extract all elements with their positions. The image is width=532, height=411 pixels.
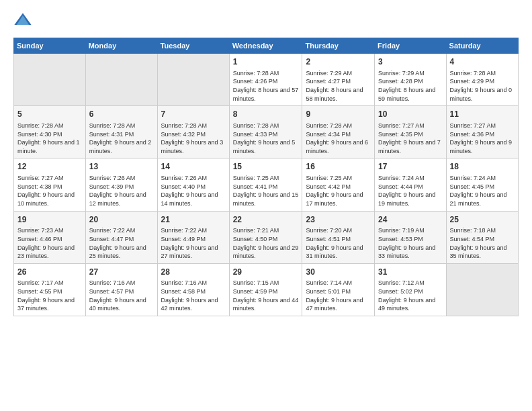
week-row-3: 12Sunrise: 7:27 AM Sunset: 4:38 PM Dayli… [14,158,519,211]
date-number: 1 [233,56,299,68]
date-number: 11 [450,109,515,120]
calendar-cell: 24Sunrise: 7:19 AM Sunset: 4:53 PM Dayli… [375,211,446,263]
cell-content: Sunrise: 7:14 AM Sunset: 5:01 PM Dayligh… [306,279,371,312]
cell-content: Sunrise: 7:19 AM Sunset: 4:53 PM Dayligh… [378,226,442,260]
cell-content: Sunrise: 7:18 AM Sunset: 4:54 PM Dayligh… [450,226,515,260]
calendar-cell: 14Sunrise: 7:26 AM Sunset: 4:40 PM Dayli… [157,158,229,211]
calendar-body: 1Sunrise: 7:28 AM Sunset: 4:26 PM Daylig… [14,54,519,316]
calendar-cell: 10Sunrise: 7:27 AM Sunset: 4:35 PM Dayli… [375,106,446,158]
cell-content: Sunrise: 7:15 AM Sunset: 4:59 PM Dayligh… [233,279,299,312]
cell-content: Sunrise: 7:17 AM Sunset: 4:55 PM Dayligh… [17,279,82,312]
calendar-cell: 20Sunrise: 7:22 AM Sunset: 4:47 PM Dayli… [85,211,157,263]
calendar-cell: 15Sunrise: 7:25 AM Sunset: 4:41 PM Dayli… [229,158,302,211]
cell-content: Sunrise: 7:29 AM Sunset: 4:28 PM Dayligh… [378,69,442,103]
date-number: 4 [450,56,515,68]
date-number: 25 [450,214,515,226]
days-header-row: SundayMondayTuesdayWednesdayThursdayFrid… [14,38,519,54]
calendar-cell: 16Sunrise: 7:25 AM Sunset: 4:42 PM Dayli… [302,158,375,211]
calendar-cell: 26Sunrise: 7:17 AM Sunset: 4:55 PM Dayli… [14,263,86,316]
cell-content: Sunrise: 7:16 AM Sunset: 4:57 PM Dayligh… [89,279,154,312]
date-number: 10 [378,109,442,120]
cell-content: Sunrise: 7:16 AM Sunset: 4:58 PM Dayligh… [161,279,226,312]
day-header-monday: Monday [85,38,157,54]
date-number: 5 [17,109,82,120]
calendar-table: SundayMondayTuesdayWednesdayThursdayFrid… [13,38,519,316]
date-number: 28 [161,267,226,278]
header [13,11,519,30]
calendar-header: SundayMondayTuesdayWednesdayThursdayFrid… [14,38,519,54]
date-number: 20 [89,214,154,226]
calendar-cell: 5Sunrise: 7:28 AM Sunset: 4:30 PM Daylig… [14,106,86,158]
date-number: 7 [161,109,226,120]
calendar-cell: 29Sunrise: 7:15 AM Sunset: 4:59 PM Dayli… [229,263,302,316]
calendar-cell: 3Sunrise: 7:29 AM Sunset: 4:28 PM Daylig… [375,54,446,106]
cell-content: Sunrise: 7:28 AM Sunset: 4:26 PM Dayligh… [233,69,299,103]
cell-content: Sunrise: 7:12 AM Sunset: 5:02 PM Dayligh… [378,279,442,312]
cell-content: Sunrise: 7:28 AM Sunset: 4:29 PM Dayligh… [450,69,515,103]
page: SundayMondayTuesdayWednesdayThursdayFrid… [0,0,532,327]
cell-content: Sunrise: 7:27 AM Sunset: 4:38 PM Dayligh… [17,174,82,208]
date-number: 27 [89,267,154,278]
calendar-cell: 7Sunrise: 7:28 AM Sunset: 4:32 PM Daylig… [157,106,229,158]
week-row-1: 1Sunrise: 7:28 AM Sunset: 4:26 PM Daylig… [14,54,519,106]
date-number: 22 [233,214,299,226]
date-number: 31 [378,267,442,278]
cell-content: Sunrise: 7:25 AM Sunset: 4:41 PM Dayligh… [233,174,299,208]
cell-content: Sunrise: 7:24 AM Sunset: 4:44 PM Dayligh… [378,174,442,208]
cell-content: Sunrise: 7:28 AM Sunset: 4:31 PM Dayligh… [89,122,154,155]
calendar-cell: 4Sunrise: 7:28 AM Sunset: 4:29 PM Daylig… [446,54,518,106]
calendar-cell: 18Sunrise: 7:24 AM Sunset: 4:45 PM Dayli… [446,158,518,211]
cell-content: Sunrise: 7:22 AM Sunset: 4:47 PM Dayligh… [89,226,154,260]
date-number: 18 [450,161,515,173]
calendar-cell: 12Sunrise: 7:27 AM Sunset: 4:38 PM Dayli… [14,158,86,211]
calendar-cell: 28Sunrise: 7:16 AM Sunset: 4:58 PM Dayli… [157,263,229,316]
calendar-cell: 2Sunrise: 7:29 AM Sunset: 4:27 PM Daylig… [302,54,375,106]
date-number: 2 [306,56,371,68]
calendar-cell: 8Sunrise: 7:28 AM Sunset: 4:33 PM Daylig… [229,106,302,158]
calendar-cell [446,263,518,316]
cell-content: Sunrise: 7:20 AM Sunset: 4:51 PM Dayligh… [306,226,371,260]
date-number: 14 [161,161,226,173]
cell-content: Sunrise: 7:26 AM Sunset: 4:40 PM Dayligh… [161,174,226,208]
day-header-tuesday: Tuesday [157,38,229,54]
date-number: 3 [378,56,442,68]
calendar-cell: 25Sunrise: 7:18 AM Sunset: 4:54 PM Dayli… [446,211,518,263]
cell-content: Sunrise: 7:27 AM Sunset: 4:36 PM Dayligh… [450,122,515,155]
cell-content: Sunrise: 7:28 AM Sunset: 4:34 PM Dayligh… [306,122,371,155]
date-number: 16 [306,161,371,173]
calendar-cell [85,54,157,106]
week-row-4: 19Sunrise: 7:23 AM Sunset: 4:46 PM Dayli… [14,211,519,263]
date-number: 17 [378,161,442,173]
calendar-cell: 31Sunrise: 7:12 AM Sunset: 5:02 PM Dayli… [375,263,446,316]
date-number: 8 [233,109,299,120]
day-header-saturday: Saturday [446,38,518,54]
week-row-5: 26Sunrise: 7:17 AM Sunset: 4:55 PM Dayli… [14,263,519,316]
date-number: 12 [17,161,82,173]
day-header-friday: Friday [375,38,446,54]
calendar-cell: 9Sunrise: 7:28 AM Sunset: 4:34 PM Daylig… [302,106,375,158]
week-row-2: 5Sunrise: 7:28 AM Sunset: 4:30 PM Daylig… [14,106,519,158]
calendar-cell: 13Sunrise: 7:26 AM Sunset: 4:39 PM Dayli… [85,158,157,211]
calendar-cell: 22Sunrise: 7:21 AM Sunset: 4:50 PM Dayli… [229,211,302,263]
calendar-cell [157,54,229,106]
date-number: 30 [306,267,371,278]
calendar-cell: 11Sunrise: 7:27 AM Sunset: 4:36 PM Dayli… [446,106,518,158]
cell-content: Sunrise: 7:29 AM Sunset: 4:27 PM Dayligh… [306,69,371,103]
day-header-wednesday: Wednesday [229,38,302,54]
cell-content: Sunrise: 7:24 AM Sunset: 4:45 PM Dayligh… [450,174,515,208]
calendar-cell: 17Sunrise: 7:24 AM Sunset: 4:44 PM Dayli… [375,158,446,211]
cell-content: Sunrise: 7:28 AM Sunset: 4:33 PM Dayligh… [233,122,299,155]
cell-content: Sunrise: 7:28 AM Sunset: 4:30 PM Dayligh… [17,122,82,155]
calendar-cell: 6Sunrise: 7:28 AM Sunset: 4:31 PM Daylig… [85,106,157,158]
calendar-cell: 21Sunrise: 7:22 AM Sunset: 4:49 PM Dayli… [157,211,229,263]
calendar-cell: 1Sunrise: 7:28 AM Sunset: 4:26 PM Daylig… [229,54,302,106]
date-number: 13 [89,161,154,173]
date-number: 19 [17,214,82,226]
date-number: 26 [17,267,82,278]
date-number: 29 [233,267,299,278]
cell-content: Sunrise: 7:28 AM Sunset: 4:32 PM Dayligh… [161,122,226,155]
date-number: 15 [233,161,299,173]
date-number: 21 [161,214,226,226]
logo-icon [13,11,32,30]
date-number: 9 [306,109,371,120]
